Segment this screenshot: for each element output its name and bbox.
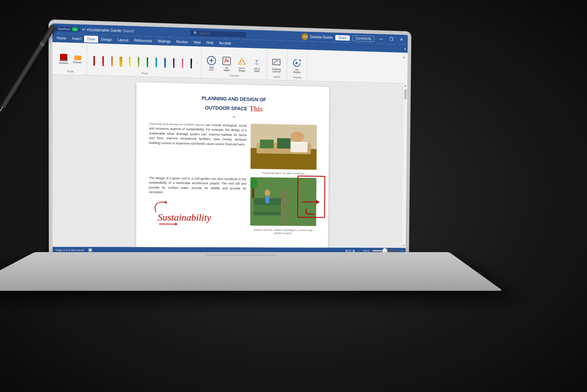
page-info: Page 4 of 5 818 words — [56, 248, 84, 251]
ribbon-group-insert: Drawing Canvas Insert — [267, 50, 287, 80]
share-button[interactable]: Share — [335, 35, 350, 40]
svg-marker-6 — [299, 59, 301, 61]
minimize-button[interactable]: — — [377, 36, 385, 42]
pen-item-orange[interactable] — [108, 54, 116, 67]
convert-group-label: Convert — [229, 74, 239, 77]
pen-item-green[interactable] — [143, 55, 152, 68]
doc-para2: The design of a green roof or a roof gar… — [149, 176, 246, 196]
doc-para1: Planning and design of outdoor space can… — [149, 122, 246, 147]
pen-item-purple[interactable] — [170, 56, 178, 68]
user-avatar: DD — [301, 33, 308, 40]
tab-home[interactable]: Home — [54, 35, 69, 42]
pen-item-yellow-hl[interactable] — [117, 54, 125, 67]
add-pen-button[interactable]: Add Pen — [205, 54, 218, 73]
pen-item-yellow[interactable] — [126, 55, 134, 68]
ink-to-shape-icon: → — [237, 56, 247, 66]
scroll-down-arrow[interactable]: ▼ — [402, 243, 406, 248]
tab-references[interactable]: References — [131, 37, 155, 45]
tools-group-label: Tools — [67, 70, 74, 73]
svg-rect-12 — [291, 142, 307, 152]
doc-title-text: OUTDOOR SPACE — [205, 105, 247, 112]
handwrite-sustainability-area: Sustainability — [149, 198, 246, 228]
close-button[interactable]: ✕ — [398, 36, 405, 43]
autosave-toggle[interactable]: AutoSave On — [55, 26, 81, 32]
trackpad — [206, 255, 276, 256]
pen-item-lime[interactable] — [134, 55, 143, 68]
user-name: Daniela Duarte — [310, 35, 333, 39]
scroll-up-arrow[interactable]: ▲ — [404, 84, 407, 88]
ribbon-group-pens: › Pens — [87, 45, 202, 78]
doc-title-area: PLANNING AND DESIGN OF OUTDOOR SPACE Thi… — [149, 94, 317, 122]
vertical-scrollbar[interactable]: ▲ ▼ — [401, 84, 407, 248]
tab-design[interactable]: Design — [98, 36, 115, 43]
ribbon-group-tools: Drawer Eraser Tools — [54, 44, 87, 75]
tab-insert[interactable]: Insert — [69, 35, 84, 42]
pens-group-label: Pens — [142, 72, 148, 75]
title-bar-left: AutoSave On ↩ ▾ — [55, 26, 89, 32]
ribbon-scroll-up[interactable]: ∧ — [401, 54, 406, 83]
pen-tip — [0, 106, 3, 111]
replay-group-label: Replay — [293, 76, 301, 79]
pen-item-pink[interactable] — [178, 56, 187, 69]
doc-image-column: Preparing labels for plant seedlings. — [250, 124, 317, 175]
ink-editor-label: Ink Editor — [224, 66, 230, 71]
ink-to-math-button[interactable]: ∑ Ink to Math — [250, 55, 264, 74]
ink-editor-icon — [222, 56, 231, 66]
search-input[interactable] — [199, 31, 243, 36]
undo-icon[interactable]: ↩ — [82, 27, 86, 32]
add-pen-icon — [207, 55, 216, 65]
eraser-button[interactable]: Eraser — [71, 54, 84, 65]
drawer-label: Drawer — [59, 61, 68, 65]
drawing-canvas-icon — [272, 57, 281, 67]
user-area: DD Daniela Duarte — [301, 33, 333, 41]
ink-replay-icon — [292, 58, 302, 68]
ribbon-group-convert: Add Pen Ink Editor — [202, 48, 267, 79]
ink-replay-label: Ink Replay — [293, 68, 300, 74]
svg-rect-3 — [223, 57, 230, 65]
pen-item-red[interactable] — [99, 54, 107, 67]
svg-rect-17 — [254, 205, 281, 212]
ink-replay-button[interactable]: Ink Replay — [290, 56, 304, 75]
tab-view[interactable]: View — [191, 39, 204, 46]
pen-item-blue[interactable] — [161, 55, 169, 68]
tab-acrobat[interactable]: Acrobat — [216, 39, 234, 47]
document-area: ▲ ▼ PLANNING AND DESIGN OF OUTDOOR SPACE… — [53, 74, 407, 248]
tab-review[interactable]: Review — [173, 38, 190, 45]
tab-mailings[interactable]: Mailings — [155, 38, 174, 45]
search-box[interactable]: 🔍 — [191, 30, 246, 37]
title-bar-center: Sustainable Garde Saved — [89, 27, 134, 33]
tab-layout[interactable]: Layout — [115, 36, 131, 44]
drawer-button[interactable]: Drawer — [57, 52, 70, 66]
search-icon: 🔍 — [193, 31, 198, 35]
scroll-thumb[interactable] — [404, 89, 407, 99]
eraser-label: Eraser — [73, 60, 82, 64]
tab-draw[interactable]: Draw — [84, 35, 98, 42]
pen-item-cyan[interactable] — [152, 55, 161, 68]
svg-text:→: → — [245, 59, 247, 62]
svg-rect-20 — [265, 196, 269, 203]
pens-scroll-right[interactable]: › — [196, 60, 199, 65]
zoom-slider[interactable] — [372, 250, 398, 251]
doc-bottom-section: The design of a green roof or a roof gar… — [149, 176, 316, 235]
ink-editor-button[interactable]: Ink Editor — [220, 54, 234, 73]
ink-to-math-label: Ink to Math — [254, 67, 260, 72]
insert-group-label: Insert — [274, 75, 281, 79]
ink-to-shape-label: Ink to Shape — [238, 67, 245, 72]
svg-rect-27 — [298, 176, 325, 217]
svg-text:Sustainability: Sustainability — [158, 212, 211, 223]
svg-line-23 — [284, 188, 284, 219]
ribbon-collapse-icon[interactable]: ∧ — [404, 47, 406, 50]
maximize-button[interactable]: ❐ — [388, 36, 395, 42]
saved-indicator: Saved — [123, 29, 134, 33]
pen-item-black[interactable] — [187, 56, 196, 69]
drawing-canvas-button[interactable]: Drawing Canvas — [269, 56, 283, 74]
svg-line-24 — [291, 188, 291, 219]
tab-help[interactable]: Help — [203, 39, 216, 46]
ink-to-shape-button[interactable]: → Ink to Shape — [235, 55, 249, 74]
laptop-base — [0, 252, 503, 291]
comments-button[interactable]: Comments — [352, 35, 375, 42]
document-name: Sustainable Garde — [89, 27, 121, 32]
pen-item-darkred[interactable] — [90, 54, 98, 67]
words-count-icon: ⬜ — [88, 248, 92, 251]
doc-image2-col: Mother and her children standing in a co… — [250, 177, 316, 235]
